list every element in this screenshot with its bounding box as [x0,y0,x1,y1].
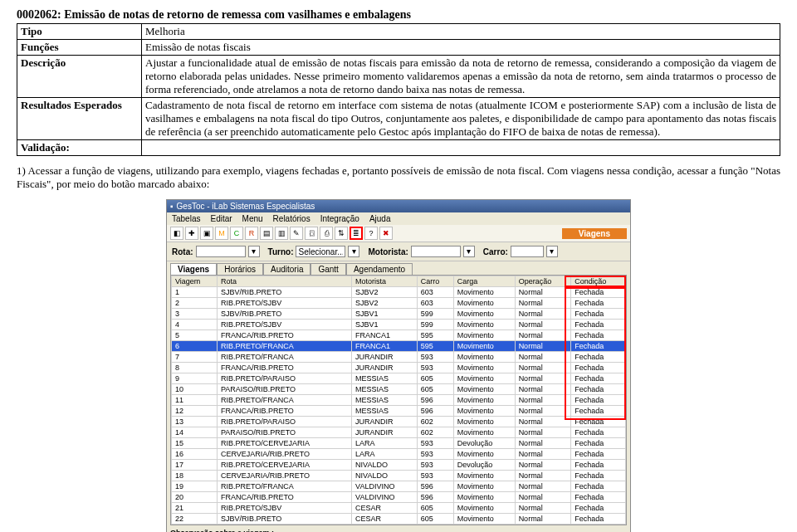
table-row[interactable]: 12FRANCA/RIB.PRETOMESSIAS596MovimentoNor… [172,406,626,417]
table-cell: Fechada [571,438,626,449]
menu-item[interactable]: Integração [320,214,359,223]
tb-icon[interactable]: ✖ [379,227,393,240]
tb-icon[interactable]: ▤ [260,227,273,240]
table-row[interactable]: 9RIB.PRETO/PARAISOMESSIAS605MovimentoNor… [172,373,626,384]
tab-horarios[interactable]: Horários [217,263,263,275]
table-row[interactable]: 6RIB.PRETO/FRANCAFRANCA1595MovimentoNorm… [172,341,626,352]
tb-icon[interactable]: ? [364,227,378,240]
turno-picker-icon[interactable]: ▾ [348,246,359,257]
tb-icon[interactable]: ▥ [275,227,288,240]
grid-col-header[interactable]: Rota [217,276,351,287]
table-cell: JURANDIR [352,352,418,363]
table-cell: CERVEJARIA/RIB.PRETO [217,449,351,460]
lbl-rota: Rota: [172,247,193,256]
carro-input[interactable] [511,246,544,257]
table-row[interactable]: 1SJBV/RIB.PRETOSJBV2603MovimentoNormalFe… [172,287,626,298]
table-cell: FRANCA/RIB.PRETO [217,492,351,503]
table-cell: JURANDIR [352,417,418,427]
tab-auditoria[interactable]: Auditoria [263,263,310,275]
table-cell: PARAISO/RIB.PRETO [217,427,351,438]
tb-icon[interactable]: ✚ [185,227,198,240]
table-row[interactable]: 21RIB.PRETO/SJBVCESAR605MovimentoNormalF… [172,503,626,514]
table-row[interactable]: 11RIB.PRETO/FRANCAMESSIAS596MovimentoNor… [172,395,626,406]
table-cell: Fechada [571,481,626,492]
motorista-input[interactable] [411,246,461,257]
table-cell: 7 [172,352,218,363]
grid[interactable]: ViagemRotaMotoristaCarroCargaOperaçãoCon… [171,276,626,525]
table-row[interactable]: 13RIB.PRETO/PARAISOJURANDIR602MovimentoN… [172,417,626,427]
table-row[interactable]: 15RIB.PRETO/CERVEJARIALARA593DevoluçãoNo… [172,438,626,449]
table-cell: Movimento [453,449,515,460]
val-resultados: Cadastramento de nota fiscal de retorno … [142,98,780,140]
carro-picker-icon[interactable]: ▾ [546,246,558,257]
turno-input[interactable] [296,246,345,257]
tb-icon[interactable]: ✎ [290,227,303,240]
table-row[interactable]: 7RIB.PRETO/FRANCAJURANDIR593MovimentoNor… [172,352,626,363]
menu-item[interactable]: Relatórios [273,214,310,223]
grid-col-header[interactable]: Condição [571,276,626,287]
table-cell: Fechada [571,341,626,352]
table-cell: 605 [417,503,453,514]
table-row[interactable]: 20FRANCA/RIB.PRETOVALDIVINO596MovimentoN… [172,492,626,503]
tb-icon[interactable]: M [215,227,228,240]
table-row[interactable]: 5FRANCA/RIB.PRETOFRANCA1595MovimentoNorm… [172,330,626,341]
table-cell: Fechada [571,417,626,427]
motorista-picker-icon[interactable]: ▾ [463,246,475,257]
table-cell: Movimento [453,395,515,406]
tab-viagens[interactable]: Viagens [170,263,217,275]
tab-agendamento[interactable]: Agendamento [346,263,413,275]
toolbar: ◧ ✚ ▣ M C R ▤ ▥ ✎ ⌼ ⎙ ⇅ ≣ ? ✖ Viagens [167,225,630,242]
table-cell: Devolução [453,438,515,449]
table-row[interactable]: 16CERVEJARIA/RIB.PRETOLARA593MovimentoNo… [172,449,626,460]
tb-icon[interactable]: C [230,227,243,240]
grid-col-header[interactable]: Viagem [172,276,218,287]
table-row[interactable]: 3SJBV/RIB.PRETOSJBV1599MovimentoNormalFe… [172,309,626,320]
table-cell: Normal [515,514,571,525]
rota-input[interactable] [196,246,246,257]
table-row[interactable]: 17RIB.PRETO/CERVEJARIANIVALDO593Devoluçã… [172,460,626,471]
grid-col-header[interactable]: Operação [515,276,571,287]
table-cell: Fechada [571,352,626,363]
table-row[interactable]: 8FRANCA/RIB.PRETOJURANDIR593MovimentoNor… [172,363,626,373]
menu-item[interactable]: Menu [242,214,263,223]
table-row[interactable]: 10PARAISO/RIB.PRETOMESSIAS605MovimentoNo… [172,384,626,395]
tb-icon[interactable]: ◧ [170,227,183,240]
table-row[interactable]: 19RIB.PRETO/FRANCAVALDIVINO596MovimentoN… [172,481,626,492]
table-cell: Movimento [453,384,515,395]
table-cell: PARAISO/RIB.PRETO [217,384,351,395]
table-cell: Fechada [571,395,626,406]
table-cell: 10 [172,384,218,395]
table-row[interactable]: 18CERVEJARIA/RIB.PRETONIVALDO593Moviment… [172,471,626,481]
table-cell: Normal [515,395,571,406]
table-cell: RIB.PRETO/CERVEJARIA [217,460,351,471]
table-cell: LARA [352,449,418,460]
menu-item[interactable]: Editar [210,214,232,223]
tb-icon[interactable]: ⌼ [305,227,318,240]
menu-item[interactable]: Ajuda [369,214,391,223]
tb-icon[interactable]: ⇅ [335,227,348,240]
table-cell: Normal [515,363,571,373]
table-cell: SJBV/RIB.PRETO [217,514,351,525]
tb-icon[interactable]: R [245,227,258,240]
tab-gantt[interactable]: Gantt [310,263,345,275]
table-row[interactable]: 2RIB.PRETO/SJBVSJBV2603MovimentoNormalFe… [172,298,626,309]
menu-item[interactable]: Tabelas [172,214,200,223]
table-cell: FRANCA/RIB.PRETO [217,330,351,341]
grid-header-row: ViagemRotaMotoristaCarroCargaOperaçãoCon… [172,276,626,287]
tb-icon[interactable]: ▣ [200,227,213,240]
table-row[interactable]: 14PARAISO/RIB.PRETOJURANDIR602MovimentoN… [172,427,626,438]
rota-picker-icon[interactable]: ▾ [248,246,260,257]
table-row[interactable]: 4RIB.PRETO/SJBVSJBV1599MovimentoNormalFe… [172,320,626,330]
lbl-carro: Carro: [483,247,508,256]
grid-col-header[interactable]: Carro [417,276,453,287]
tb-icon[interactable]: ⎙ [320,227,333,240]
table-row[interactable]: 22SJBV/RIB.PRETOCESAR605MovimentoNormalF… [172,514,626,525]
table-cell: Normal [515,417,571,427]
table-cell: MESSIAS [352,373,418,384]
lbl-motorista: Motorista: [368,247,408,256]
grid-col-header[interactable]: Carga [453,276,515,287]
grid-col-header[interactable]: Motorista [352,276,418,287]
table-cell: Normal [515,481,571,492]
tb-notafiscal-icon[interactable]: ≣ [350,227,363,240]
val-descricao: Ajustar a funcionalidade atual de emissã… [142,56,780,98]
